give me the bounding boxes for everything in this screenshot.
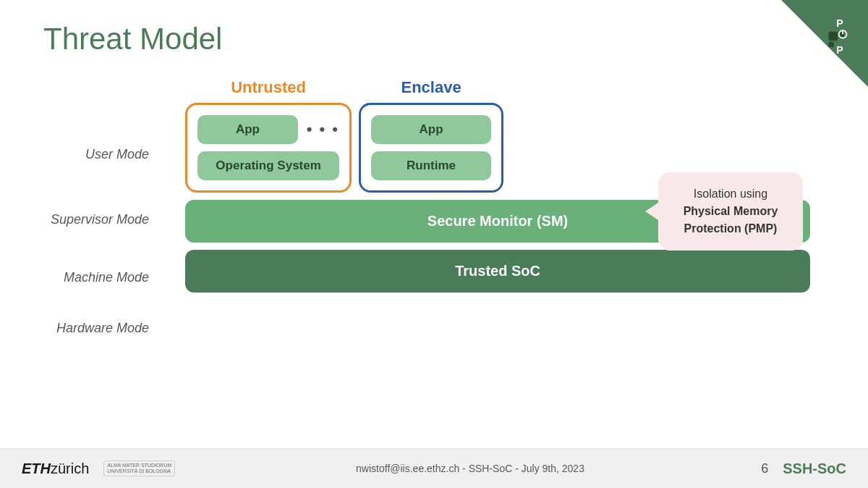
untrusted-os-box: Operating System [197,151,339,180]
page-title: Threat Model [43,22,825,56]
isolation-callout: Isolation using Physical Memory Protecti… [658,172,803,251]
uni-logo: ALMA MATER STUDIORUM UNIVERSITÀ DI BOLOG… [103,460,175,477]
svg-rect-4 [829,42,834,47]
dots-indicator: • • • [307,120,339,139]
zurich-text: zürich [51,460,89,476]
callout-line1: Isolation using [694,188,767,200]
enclave-app-box: App [371,115,491,144]
footer-left: ETHzürich ALMA MATER STUDIORUM UNIVERSIT… [22,460,210,477]
diagram-area: User Mode Supervisor Mode Machine Mode H… [43,78,825,353]
footer-center: nwistoff@iis.ee.ethz.ch - SSH-SoC - July… [210,463,731,474]
uni-line1: ALMA MATER STUDIORUM [107,463,171,468]
untrusted-box: App • • • Operating System [185,103,352,193]
mode-labels: User Mode Supervisor Mode Machine Mode H… [43,78,156,353]
ssh-soc-logo: P P [803,7,861,65]
ssh-soc-footer: SSH-SoC [783,460,846,477]
svg-text:P: P [836,17,843,29]
enclave-runtime-box: Runtime [371,151,491,180]
column-headers: Untrusted Enclave [171,78,825,97]
footer-center-text: nwistoff@iis.ee.ethz.ch - SSH-SoC - July… [356,463,584,474]
user-mode-label: User Mode [43,122,156,187]
logo-area: P P [803,7,861,68]
footer: ETHzürich ALMA MATER STUDIORUM UNIVERSIT… [0,448,868,488]
supervisor-mode-label: Supervisor Mode [43,187,156,252]
page-number: 6 [761,461,768,476]
callout-line2: Physical Memory Protection (PMP) [684,205,778,235]
enclave-header: Enclave [359,78,503,97]
untrusted-app-box: App [197,115,298,144]
slide: P P Threat Model User Mode Supervisor Mo… [0,0,868,488]
trusted-soc-bar: Trusted SoC [185,250,810,293]
footer-right: 6 SSH-SoC [731,460,846,477]
svg-text:P: P [836,44,843,56]
untrusted-header: Untrusted [185,78,352,97]
eth-text: ETH [22,460,51,476]
svg-rect-2 [829,32,838,41]
enclave-box: App Runtime [359,103,503,193]
uni-line2: UNIVERSITÀ DI BOLOGNA [107,468,171,474]
hardware-mode-label: Hardware Mode [43,303,156,353]
untrusted-user-mode-row: App • • • [197,115,339,144]
machine-mode-label: Machine Mode [43,252,156,303]
eth-logo: ETHzürich [22,460,89,477]
